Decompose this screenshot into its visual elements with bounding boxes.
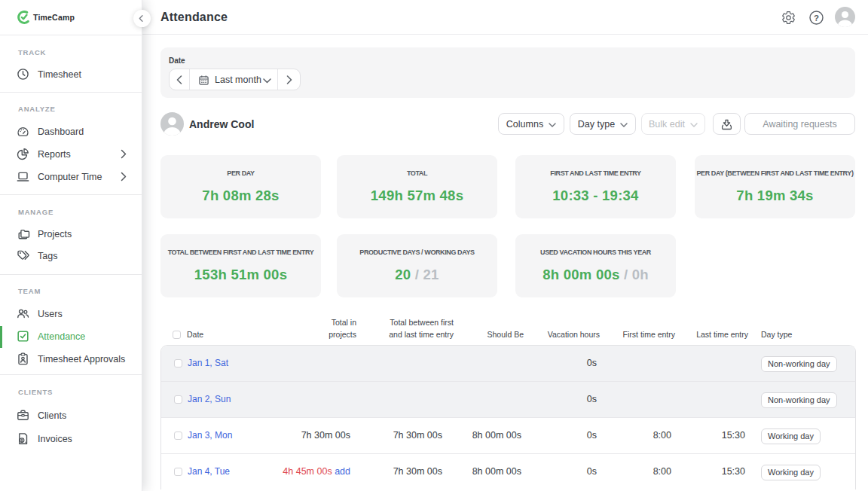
svg-text:?: ? (814, 14, 819, 23)
